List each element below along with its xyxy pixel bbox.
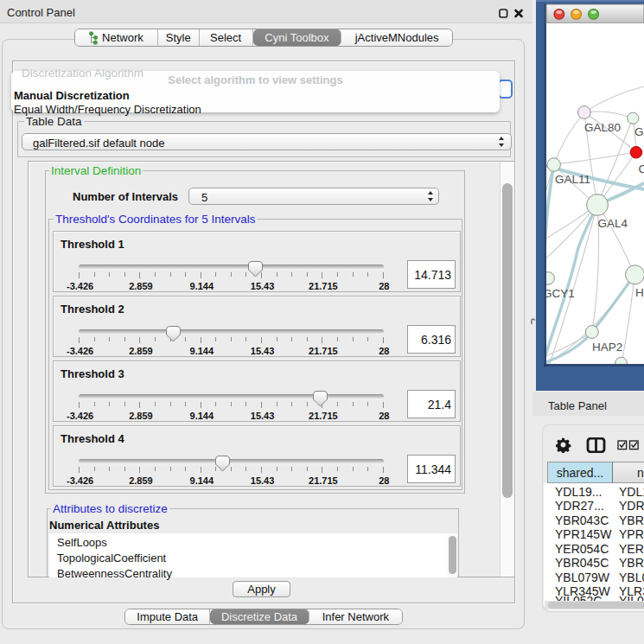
svg-text:GAL80: GAL80 xyxy=(584,121,621,134)
svg-text:GA: GA xyxy=(634,125,644,138)
svg-text:HAP2: HAP2 xyxy=(592,341,622,354)
svg-text:GAL4: GAL4 xyxy=(598,217,628,230)
svg-text:GCY1: GCY1 xyxy=(543,287,575,300)
svg-text:GAL11: GAL11 xyxy=(555,173,590,186)
svg-text:C: C xyxy=(639,163,644,175)
svg-text:H: H xyxy=(635,286,644,299)
